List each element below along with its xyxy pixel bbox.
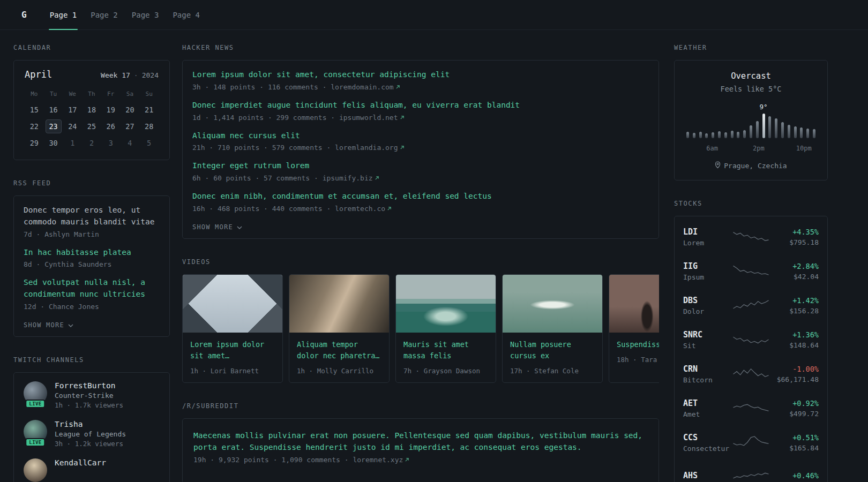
rss-widget: RSS FEED Donec tempor eros leo, ut commo…: [13, 179, 170, 337]
stock-ticker: AHS: [683, 471, 730, 480]
video-card[interactable]: Mauris sit amet massa felis 7h · Grayson…: [395, 274, 496, 383]
app-logo[interactable]: G: [21, 0, 27, 29]
weather-bar: [756, 121, 759, 138]
channel-name[interactable]: KendallCarr: [55, 458, 106, 467]
hn-item-meta: 16h · 468 points · 440 comments · loremt…: [192, 205, 649, 213]
hacker-news-card: Lorem ipsum dolor sit amet, consectetur …: [182, 60, 659, 239]
hn-item-headline[interactable]: Donec enim nibh, condimentum et accumsan…: [192, 191, 649, 202]
hn-item-headline[interactable]: Lorem ipsum dolor sit amet, consectetur …: [192, 69, 649, 81]
calendar-day: 15: [25, 103, 44, 117]
video-info: Mauris sit amet massa felis 7h · Grayson…: [396, 333, 496, 382]
stock-values: +4.35% $795.18: [772, 228, 819, 246]
show-more-button[interactable]: SHOW MORE: [192, 223, 242, 231]
hn-item-domain[interactable]: ipsumworld.net: [339, 114, 398, 122]
stock-row[interactable]: AET Amet +0.92% $499.72: [683, 391, 819, 425]
hn-item-domain[interactable]: ipsumify.biz: [323, 174, 373, 182]
rss-item-headline[interactable]: Sed volutpat nulla nisl, a condimentum n…: [24, 277, 160, 300]
calendar-day-next-month: 5: [139, 136, 159, 150]
stock-sparkline: [730, 400, 772, 416]
video-card[interactable]: Nullam posuere cursus ex 17h · Stefan Co…: [502, 274, 603, 383]
video-thumbnail[interactable]: [503, 275, 602, 333]
stock-row[interactable]: CCS Consectetur +0.51% $165.84: [683, 425, 819, 460]
video-card[interactable]: Lorem ipsum dolor sit amet consectetu… 1…: [182, 274, 283, 383]
hn-item-stats: 3h · 148 points · 116 comments ·: [192, 83, 326, 91]
stock-row[interactable]: IIG Ipsum +2.84% $42.04: [683, 254, 819, 288]
video-title[interactable]: Lorem ipsum dolor sit amet consectetu…: [190, 339, 275, 362]
stock-values: +1.36% $148.64: [772, 330, 819, 349]
hn-item-domain[interactable]: loremlandia.org: [335, 144, 398, 152]
stock-row[interactable]: LDI Lorem +4.35% $795.18: [683, 220, 819, 254]
hn-item-headline[interactable]: Integer eget rutrum lorem: [192, 160, 649, 172]
stock-name: Ipsum: [683, 273, 730, 281]
weather-bar: [813, 129, 815, 138]
twitch-channel-row[interactable]: KendallCarr: [24, 458, 160, 482]
calendar-day: 16: [44, 103, 63, 117]
twitch-widget-title: TWITCH CHANNELS: [13, 356, 170, 364]
subreddit-post-domain[interactable]: loremnet.xyz: [353, 456, 403, 464]
hn-item-domain[interactable]: loremdomain.com: [331, 83, 393, 91]
tab-page-4[interactable]: Page 4: [166, 0, 207, 29]
video-title[interactable]: Suspendisse diam: [617, 339, 659, 350]
external-link-icon: [400, 114, 405, 122]
video-title[interactable]: Aliquam tempor dolor nec pharetra…: [297, 339, 381, 362]
video-card[interactable]: Aliquam tempor dolor nec pharetra… 1h · …: [289, 274, 390, 383]
weather-bar: [699, 132, 702, 138]
stock-row[interactable]: CRN Bitcorn -1.00% $66,171.48: [683, 357, 819, 391]
calendar-day: 20: [121, 103, 140, 117]
tab-page-1[interactable]: Page 1: [43, 0, 84, 29]
video-title[interactable]: Mauris sit amet massa felis: [403, 339, 488, 362]
stock-values: -1.00% $66,171.48: [772, 365, 819, 383]
stock-sparkline: [730, 332, 772, 348]
dot-separator: ·: [134, 71, 138, 79]
video-thumbnail[interactable]: [289, 275, 389, 333]
twitch-widget: TWITCH CHANNELS LIVE ForrestBurton Count…: [13, 356, 170, 482]
stock-row[interactable]: AHS +0.46%: [683, 460, 819, 482]
hn-item-headline[interactable]: Aliquam nec cursus elit: [192, 130, 649, 142]
calendar-day: 22: [25, 119, 44, 133]
stock-values: +0.46%: [772, 471, 819, 482]
stock-change: +0.51%: [772, 433, 819, 442]
tab-page-2[interactable]: Page 2: [84, 0, 125, 29]
stocks-widget-title: STOCKS: [674, 200, 828, 207]
calendar-day: 24: [63, 119, 82, 133]
twitch-channel-row[interactable]: LIVE Trisha League of Legends 3h · 1.2k …: [24, 420, 160, 448]
weather-bar: [693, 133, 695, 138]
channel-name[interactable]: ForrestBurton: [55, 381, 123, 390]
rss-item-meta: 7d · Ashlyn Martin: [24, 230, 160, 238]
calendar-widget: CALENDAR April Week 17 · 2024 Mo Tu We: [13, 44, 170, 160]
stock-values: +2.84% $42.04: [772, 262, 819, 281]
chevron-down-icon: [68, 321, 73, 329]
map-pin-icon: [715, 161, 721, 170]
tab-page-3[interactable]: Page 3: [125, 0, 166, 29]
rss-widget-title: RSS FEED: [13, 179, 170, 187]
calendar-month[interactable]: April: [25, 69, 52, 80]
twitch-channel-row[interactable]: LIVE ForrestBurton Counter-Strike 1h · 1…: [24, 381, 160, 409]
subreddit-post-stats: 19h · 9,932 points · 1,090 comments ·: [193, 456, 349, 464]
video-meta: 17h · Stefan Cole: [510, 367, 595, 375]
subreddit-card: Maecenas mollis pulvinar erat non posuer…: [182, 418, 659, 482]
video-thumbnail[interactable]: [183, 275, 282, 333]
hn-item-domain[interactable]: loremtech.co: [335, 205, 385, 213]
show-more-button[interactable]: SHOW MORE: [24, 321, 73, 329]
stock-sparkline: [730, 434, 772, 450]
stock-row[interactable]: SNRC Sit +1.36% $148.64: [683, 322, 819, 357]
weekday-label: Sa: [121, 91, 140, 97]
subreddit-post-headline[interactable]: Maecenas mollis pulvinar erat non posuer…: [193, 430, 648, 454]
weather-location: Prague, Czechia: [686, 161, 815, 170]
calendar-year: 2024: [142, 71, 159, 79]
rss-item-headline[interactable]: In hac habitasse platea: [24, 247, 160, 259]
rss-item-headline[interactable]: Donec tempor eros leo, ut commodo mauris…: [24, 205, 160, 228]
calendar-week-label: Week 17: [101, 71, 130, 79]
calendar-day: 27: [121, 119, 140, 133]
stock-change: +0.46%: [772, 471, 819, 480]
video-title[interactable]: Nullam posuere cursus ex: [510, 339, 595, 362]
video-card[interactable]: Suspendisse diam 18h · Tara: [609, 274, 659, 383]
calendar-day: 30: [44, 136, 63, 150]
video-thumbnail[interactable]: [396, 275, 496, 333]
weekday-label: Fr: [101, 91, 121, 97]
stock-row[interactable]: DBS Dolor +1.42% $156.28: [683, 288, 819, 322]
weather-bar: [788, 125, 790, 138]
video-thumbnail[interactable]: [609, 275, 659, 333]
channel-name[interactable]: Trisha: [55, 420, 126, 428]
hn-item-headline[interactable]: Donec imperdiet augue tincidunt felis al…: [192, 100, 649, 111]
